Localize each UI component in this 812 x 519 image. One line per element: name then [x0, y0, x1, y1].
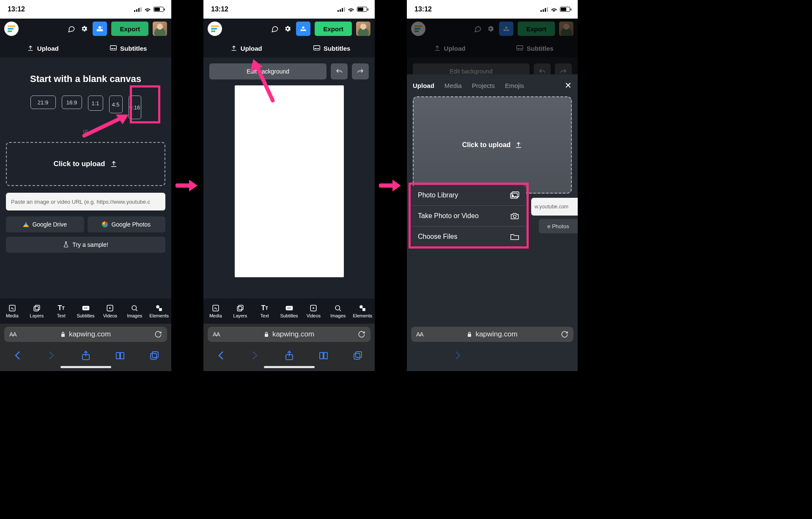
lock-icon	[264, 331, 269, 337]
bottom-toolbar: Media Layers TTText CCSubtitles Videos I…	[0, 298, 171, 324]
wifi-icon	[551, 7, 557, 12]
blank-canvas[interactable]	[235, 85, 344, 277]
share-button[interactable]	[93, 22, 107, 36]
tool-text[interactable]: TTText	[49, 298, 74, 324]
flask-icon	[63, 241, 69, 248]
url-input[interactable]: Paste an image or video URL (e.g. https:…	[6, 193, 165, 210]
avatar[interactable]	[153, 22, 167, 36]
url-domain: kapwing.com	[69, 330, 111, 339]
svg-rect-17	[315, 48, 317, 49]
url-pill[interactable]: AA kapwing.com	[411, 327, 573, 342]
tool-videos[interactable]: Videos	[98, 298, 122, 324]
click-to-upload-area[interactable]: Click to upload	[413, 96, 572, 194]
ratio-16-9[interactable]: 16:9	[62, 96, 82, 109]
phone-screen-3: 13:12 Export Upload	[407, 0, 578, 371]
google-photos-button[interactable]: Google Photos	[88, 216, 166, 232]
tab-upload[interactable]: Upload	[0, 39, 86, 57]
upload-icon	[110, 160, 118, 168]
try-sample-button[interactable]: Try a sample!	[6, 237, 165, 253]
cellular-icon	[134, 7, 142, 12]
bookmarks-icon[interactable]	[115, 350, 125, 361]
reload-icon[interactable]	[358, 331, 365, 338]
gear-icon[interactable]	[80, 25, 88, 33]
tab-subtitles[interactable]: Subtitles	[289, 39, 375, 57]
forward-icon[interactable]	[453, 350, 463, 361]
svg-rect-47	[468, 334, 471, 337]
tool-subtitles[interactable]: CCSubtitles	[277, 298, 302, 324]
modal-tab-upload[interactable]: Upload	[413, 82, 434, 89]
redo-button[interactable]	[352, 63, 369, 79]
google-photos-partial: e Photos	[539, 219, 578, 233]
upload-icon	[230, 45, 237, 52]
subtitles-icon	[110, 45, 117, 51]
modal-tab-projects[interactable]: Projects	[472, 82, 495, 89]
tab-subtitles[interactable]: Subtitles	[86, 39, 172, 57]
tool-elements[interactable]: Elements	[147, 298, 171, 324]
tab-upload[interactable]: Upload	[203, 39, 289, 57]
ios-status-bar: 13:12	[203, 0, 375, 19]
gear-icon[interactable]	[283, 25, 292, 33]
share-button[interactable]	[296, 22, 310, 36]
forward-icon[interactable]	[250, 350, 260, 361]
tabs-icon[interactable]	[353, 350, 363, 361]
ios-status-bar: 13:12	[0, 0, 171, 19]
bookmarks-icon[interactable]	[318, 350, 329, 361]
tool-elements[interactable]: Elements	[350, 298, 375, 324]
avatar[interactable]	[356, 22, 370, 36]
app-logo[interactable]	[208, 22, 222, 36]
share-icon[interactable]	[284, 350, 294, 361]
tool-subtitles[interactable]: CCSubtitles	[74, 298, 98, 324]
text-size-icon[interactable]: AA	[416, 331, 423, 338]
svg-rect-14	[152, 352, 158, 358]
comment-icon[interactable]	[271, 25, 279, 33]
tool-media[interactable]: Media	[203, 298, 228, 324]
tabs-icon[interactable]	[149, 350, 159, 361]
wifi-icon	[348, 7, 354, 12]
wifi-icon	[144, 7, 151, 12]
ratio-1-1[interactable]: 1:1	[88, 96, 103, 111]
click-to-upload[interactable]: Click to upload	[6, 142, 165, 186]
back-icon[interactable]	[216, 350, 226, 361]
content-area: Start with a blank canvas 21:9 16:9 1:1 …	[0, 57, 171, 298]
main-tabs: Upload Subtitles	[203, 39, 375, 57]
app-logo[interactable]	[4, 22, 19, 36]
home-indicator	[0, 366, 171, 371]
ratio-21-9[interactable]: 21:9	[30, 96, 56, 109]
url-pill[interactable]: AA kapwing.com	[4, 327, 167, 342]
ratio-4-5[interactable]: 4:5	[109, 96, 123, 113]
back-icon[interactable]	[12, 350, 22, 361]
modal-tab-emojis[interactable]: Emojis	[505, 82, 524, 89]
svg-rect-16	[314, 46, 320, 50]
svg-rect-2	[114, 48, 115, 49]
status-time: 13:12	[414, 5, 432, 13]
share-icon[interactable]	[81, 350, 91, 361]
svg-rect-5	[34, 306, 38, 311]
export-button[interactable]: Export	[315, 22, 352, 36]
reload-icon[interactable]	[561, 331, 568, 338]
export-button[interactable]: Export	[111, 22, 148, 36]
svg-rect-1	[111, 48, 113, 49]
modal-tab-media[interactable]: Media	[444, 82, 462, 89]
text-size-icon[interactable]: AA	[213, 331, 220, 338]
annotation-box	[130, 85, 160, 123]
comment-icon[interactable]	[67, 25, 76, 33]
google-drive-button[interactable]: Google Drive	[6, 216, 84, 232]
text-size-icon[interactable]: AA	[9, 331, 16, 338]
tool-images[interactable]: Images	[326, 298, 350, 324]
lock-icon	[60, 331, 66, 337]
tool-media[interactable]: Media	[0, 298, 25, 324]
close-icon[interactable]: ✕	[565, 80, 572, 90]
tool-videos[interactable]: Videos	[301, 298, 326, 324]
url-pill[interactable]: AA kapwing.com	[208, 327, 370, 342]
forward-icon[interactable]	[47, 350, 57, 361]
undo-button[interactable]	[331, 63, 348, 79]
reload-icon[interactable]	[154, 331, 162, 338]
tool-images[interactable]: Images	[122, 298, 147, 324]
app-header: Export	[203, 19, 375, 39]
tool-layers[interactable]: Layers	[25, 298, 49, 324]
tool-layers[interactable]: Layers	[228, 298, 252, 324]
safari-nav-bar	[0, 345, 171, 366]
tool-text[interactable]: TTText	[252, 298, 277, 324]
app-header: Export	[0, 19, 171, 39]
ios-status-bar: 13:12	[407, 0, 578, 19]
